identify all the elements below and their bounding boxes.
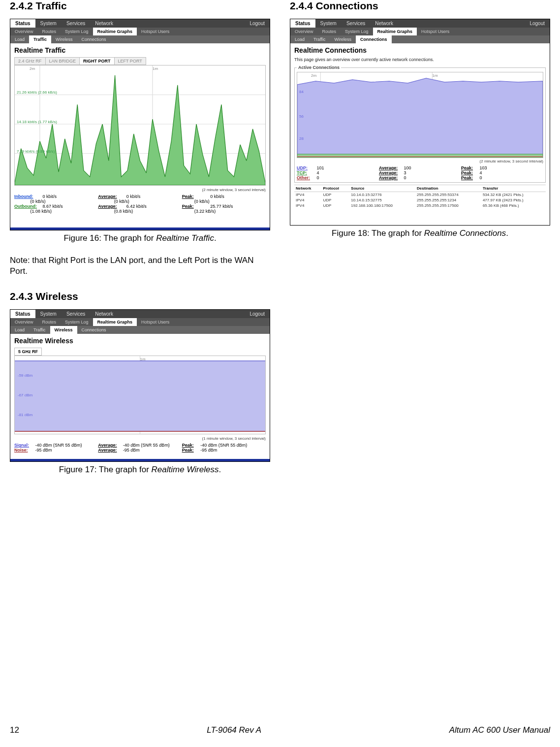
rf-tab-5ghz[interactable]: 5 GHz RF <box>14 348 42 356</box>
peak-udp: 103 <box>480 165 487 170</box>
other-label: Other: <box>297 175 315 180</box>
avg-udp-label: Average: <box>379 165 403 170</box>
sub-system-log-3[interactable]: System Log <box>341 28 373 35</box>
wireless-chart: 1m -59 dBm -67 dBm -81 dBm <box>14 356 266 434</box>
sub-hotspot-users-3[interactable]: Hotspot Users <box>417 28 454 35</box>
panel-title-connections: Realtime Connections <box>290 43 550 57</box>
inbound-kb: (0 kB/s) <box>31 199 46 204</box>
menu-services-2[interactable]: Services <box>62 310 90 318</box>
th-network: Network <box>294 185 322 192</box>
tab-load-3[interactable]: Load <box>290 35 309 43</box>
tab-load-2[interactable]: Load <box>10 326 29 334</box>
tab-connections[interactable]: Connections <box>77 35 111 43</box>
port-tab-lan-bridge[interactable]: LAN BRIDGE <box>45 57 80 65</box>
udp-value: 101 <box>317 165 324 170</box>
figure-16-screenshot: Status System Services Network Logout Ov… <box>10 19 270 230</box>
traffic-chart: 2m 1m 21.26 kbit/s (2.66 kB/s) 14.18 kbi… <box>14 65 266 186</box>
menu-services-3[interactable]: Services <box>342 19 370 28</box>
footer-center: LT-9064 Rev A <box>207 725 261 735</box>
avg-noise-label: Average: <box>98 448 122 453</box>
menu-network-3[interactable]: Network <box>370 19 398 28</box>
menu-network[interactable]: Network <box>90 19 118 28</box>
menu-status-2[interactable]: Status <box>10 310 35 318</box>
menu-status-3[interactable]: Status <box>290 19 315 28</box>
avg-label-1: Average: <box>98 194 125 199</box>
sub-menu-2: Overview Routes System Log Realtime Grap… <box>10 318 270 326</box>
avg-out: 6.42 kbit/s <box>126 204 147 209</box>
traffic-svg <box>15 65 265 185</box>
menu-logout[interactable]: Logout <box>245 19 270 28</box>
sub-menu-3: Overview Routes System Log Realtime Grap… <box>290 28 550 35</box>
menu-services[interactable]: Services <box>62 19 90 28</box>
active-connections-legend: Active Connections <box>297 65 341 70</box>
sub-hotspot-users[interactable]: Hotspot Users <box>137 28 174 35</box>
avg-label-2: Average: <box>98 204 125 209</box>
sub-hotspot-users-2[interactable]: Hotspot Users <box>137 318 174 326</box>
outbound-label: Outbound: <box>14 204 41 209</box>
sub-realtime-graphs-2[interactable]: Realtime Graphs <box>93 318 137 326</box>
sub-realtime-graphs-3[interactable]: Realtime Graphs <box>373 28 417 35</box>
y-label-56: 56 <box>299 114 304 119</box>
y-label-59: -59 dBm <box>18 373 32 378</box>
menu-status[interactable]: Status <box>10 19 35 28</box>
tab-wireless[interactable]: Wireless <box>51 35 77 43</box>
graph-type-menu-2: Load Traffic Wireless Connections <box>10 326 270 334</box>
sub-routes-2[interactable]: Routes <box>38 318 61 326</box>
tab-connections-3[interactable]: Connections <box>356 35 392 43</box>
tab-traffic[interactable]: Traffic <box>29 35 51 43</box>
sub-system-log-2[interactable]: System Log <box>61 318 93 326</box>
top-menu-2: Status System Services Network Logout <box>10 310 270 318</box>
page-footer: 12 LT-9064 Rev A Altum AC 600 User Manua… <box>10 725 550 735</box>
tab-wireless-3[interactable]: Wireless <box>330 35 356 43</box>
tab-traffic-3[interactable]: Traffic <box>309 35 330 43</box>
traffic-stats: Inbound: 0 kbit/s (0 kB/s) Outbound: 8.6… <box>10 193 270 217</box>
peak-noise-label: Peak: <box>182 448 199 453</box>
sub-realtime-graphs[interactable]: Realtime Graphs <box>93 28 137 35</box>
port-tab-24ghz[interactable]: 2.4 GHz RF <box>14 57 46 65</box>
avg-sig-label: Average: <box>98 443 122 448</box>
connections-svg <box>297 72 543 158</box>
th-protocol: Protocol <box>322 185 350 192</box>
tab-wireless-2[interactable]: Wireless <box>50 326 77 334</box>
signal-value: -40 dBm (SNR 55 dBm) <box>35 443 82 448</box>
sub-overview-3[interactable]: Overview <box>290 28 318 35</box>
menu-system[interactable]: System <box>35 19 62 28</box>
avg-tcp-label: Average: <box>379 170 403 175</box>
connections-window-note: (2 minute window, 3 second interval) <box>297 158 543 164</box>
heading-wireless: 2.4.3 Wireless <box>10 291 270 302</box>
table-row: IPV4UDP192.168.100.180:17500255.255.255.… <box>294 203 546 208</box>
y-label-28: 28 <box>299 136 304 141</box>
sub-routes[interactable]: Routes <box>38 28 61 35</box>
port-tab-right[interactable]: RIGHT PORT <box>79 57 115 65</box>
noise-label: Noise: <box>14 448 34 453</box>
top-menu-3: Status System Services Network Logout <box>290 19 550 28</box>
inbound-label: Inbound: <box>14 194 41 199</box>
menu-logout-3[interactable]: Logout <box>525 19 550 28</box>
menu-logout-2[interactable]: Logout <box>245 310 270 318</box>
tab-traffic-2[interactable]: Traffic <box>29 326 50 334</box>
graph-type-menu: Load Traffic Wireless Connections <box>10 35 270 43</box>
tab-load[interactable]: Load <box>10 35 29 43</box>
menu-network-2[interactable]: Network <box>90 310 118 318</box>
noise-value: -95 dBm <box>35 448 52 453</box>
tab-connections-2[interactable]: Connections <box>77 326 111 334</box>
traffic-window-note: (2 minute window, 3 second interval) <box>10 187 270 193</box>
sub-system-log[interactable]: System Log <box>61 28 93 35</box>
wireless-stats: Signal: -40 dBm (SNR 55 dBm) Noise: -95 … <box>10 442 270 455</box>
sub-overview[interactable]: Overview <box>10 28 38 35</box>
peak-udp-label: Peak: <box>461 165 478 170</box>
peak-in: 0 kbit/s <box>210 194 224 199</box>
graph-type-menu-3: Load Traffic Wireless Connections <box>290 35 550 43</box>
th-source: Source <box>349 185 415 192</box>
sub-overview-2[interactable]: Overview <box>10 318 38 326</box>
avg-other: 0 <box>404 175 406 180</box>
menu-system-3[interactable]: System <box>315 19 342 28</box>
peak-other: 0 <box>480 175 482 180</box>
port-tab-left[interactable]: LEFT PORT <box>114 57 146 65</box>
peak-out: 25.77 kbit/s <box>210 204 233 209</box>
sub-menu: Overview Routes System Log Realtime Grap… <box>10 28 270 35</box>
sub-routes-3[interactable]: Routes <box>318 28 341 35</box>
port-note: Note: that Right Port is the LAN port, a… <box>10 255 270 277</box>
menu-system-2[interactable]: System <box>35 310 62 318</box>
time-label-1m-w: 1m <box>140 357 146 361</box>
